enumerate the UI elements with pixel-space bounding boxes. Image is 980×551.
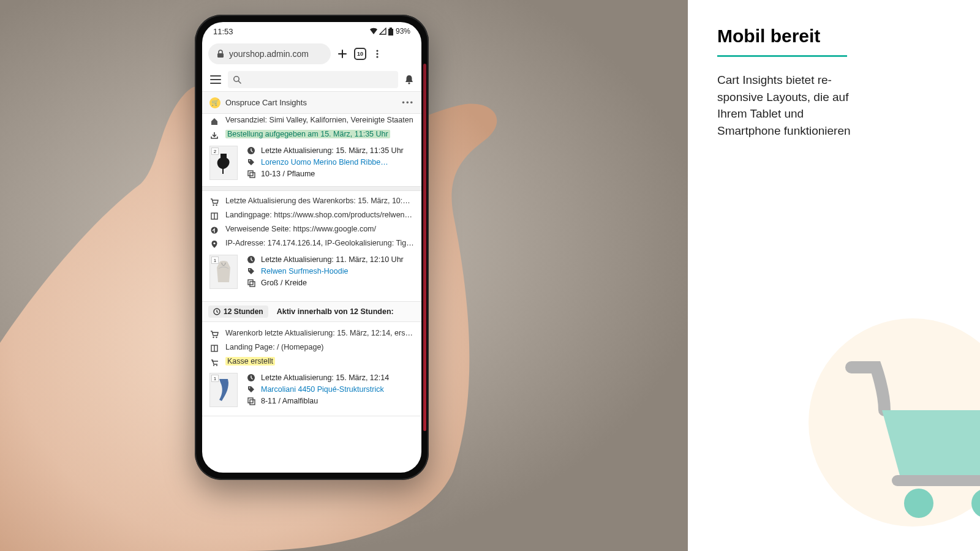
svg-point-22 — [213, 337, 214, 338]
product-2-thumb[interactable]: 1 — [209, 255, 238, 289]
divider — [202, 416, 421, 416]
svg-point-16 — [213, 242, 215, 244]
phone-screen: 11:53 93% yourshop.admin.com 10 — [202, 22, 421, 473]
home-icon — [209, 116, 219, 126]
checkout-row: Kasse erstellt — [202, 355, 421, 369]
tag-icon — [246, 157, 256, 167]
app-logo: 🛒 — [209, 97, 221, 108]
search-input[interactable] — [228, 71, 398, 88]
order-placed-row: Bestellung aufgegeben am 15. März, 11:35… — [202, 128, 421, 142]
svg-rect-19 — [248, 280, 253, 285]
product-3: 1 Letzte Aktualisierung: 15. März, 12:14… — [202, 369, 421, 413]
referrer-row: Verweisende Seite: https://www.google.co… — [202, 223, 421, 237]
tab-counter[interactable]: 10 — [354, 48, 366, 60]
app-topbar — [202, 67, 421, 92]
app-menu-icon[interactable]: ••• — [402, 98, 414, 107]
svg-rect-20 — [250, 282, 255, 287]
battery-icon — [388, 28, 394, 36]
landing-icon — [209, 211, 219, 221]
svg-rect-10 — [248, 171, 253, 176]
product-2-qty: 1 — [211, 257, 219, 264]
svg-rect-11 — [250, 173, 255, 178]
svg-rect-2 — [217, 53, 224, 58]
cart2-landing-row: Landing Page: / (Homepage) — [202, 341, 421, 355]
content-scroll[interactable]: Versandziel: Simi Valley, Kalifornien, V… — [202, 114, 421, 473]
time-section: 12 Stunden Aktiv innerhalb von 12 Stunde… — [202, 301, 421, 322]
product-3-qty: 1 — [211, 375, 219, 382]
cart-icon — [209, 197, 219, 207]
product-1-qty: 2 — [211, 148, 219, 155]
app-header: 🛒 Onspruce Cart Insights ••• — [202, 92, 421, 114]
url-text: yourshop.admin.com — [229, 49, 309, 59]
referrer-icon — [209, 225, 219, 235]
bell-icon[interactable] — [404, 74, 414, 85]
download-icon — [209, 130, 219, 140]
clock-icon — [246, 146, 256, 156]
svg-rect-30 — [250, 400, 255, 405]
svg-point-3 — [376, 50, 378, 51]
side-body: Cart Insights bietet re­sponsive Layouts… — [717, 72, 858, 139]
svg-point-4 — [376, 53, 378, 54]
variant-icon — [246, 278, 256, 288]
signal-icon — [379, 28, 386, 35]
tag-icon — [246, 266, 256, 276]
product-1-link[interactable]: Lorenzo Uomo Merino Blend Ribbe… — [261, 158, 388, 167]
new-tab-icon[interactable] — [337, 48, 348, 59]
variant-icon — [246, 169, 256, 179]
svg-point-32 — [971, 489, 980, 518]
wifi-icon — [369, 28, 378, 35]
phone-mockup: 11:53 93% yourshop.admin.com 10 — [195, 15, 429, 480]
search-icon — [233, 75, 241, 84]
svg-point-18 — [249, 269, 251, 271]
status-icons: 93% — [369, 27, 410, 36]
svg-point-23 — [216, 337, 217, 338]
svg-point-31 — [904, 489, 933, 518]
time-chip[interactable]: 12 Stunden — [208, 305, 268, 318]
svg-point-5 — [376, 56, 378, 58]
hamburger-icon[interactable] — [209, 75, 222, 84]
battery-percent: 93% — [396, 27, 410, 36]
clock-icon — [246, 255, 256, 264]
pin-icon — [209, 239, 219, 249]
cart-icon — [209, 329, 219, 339]
browser-bar: yourshop.admin.com 10 — [202, 40, 421, 67]
svg-point-13 — [216, 204, 217, 206]
status-bar: 11:53 93% — [202, 22, 421, 40]
clock-icon — [213, 308, 221, 315]
product-2-link[interactable]: Relwen Surfmesh-Hoodie — [261, 267, 348, 276]
url-bar[interactable]: yourshop.admin.com — [208, 43, 331, 64]
marketing-photo: 11:53 93% yourshop.admin.com 10 — [0, 0, 688, 551]
product-3-link[interactable]: Marcoliani 4450 Piqué-Strukturstrick — [261, 385, 384, 394]
shipping-row: Versandziel: Simi Valley, Kalifornien, V… — [202, 114, 421, 128]
product-1: 2 Letzte Aktualisierung: 15. März, 11:35… — [202, 142, 421, 186]
clock-icon — [246, 373, 256, 383]
side-panel: Mobil bereit Cart Insights bietet re­spo… — [688, 0, 980, 551]
svg-point-25 — [213, 365, 214, 366]
cart-icon-large — [845, 361, 980, 520]
time-section-label: Aktiv innerhalb von 12 Stunden: — [277, 307, 394, 316]
svg-point-9 — [249, 160, 251, 162]
product-3-thumb[interactable]: 1 — [209, 373, 238, 407]
tag-icon — [246, 384, 256, 394]
app-title: Onspruce Cart Insights — [225, 98, 307, 107]
heading-underline — [717, 55, 847, 57]
browser-menu-icon[interactable] — [372, 49, 382, 59]
svg-rect-1 — [390, 28, 392, 29]
cart-illustration — [809, 318, 980, 527]
phone-edge — [423, 64, 426, 431]
svg-point-7 — [408, 82, 410, 84]
side-heading: Mobil bereit — [717, 26, 951, 47]
status-time: 11:53 — [213, 27, 233, 36]
cart2-update-row: Warenkorb letzte Aktualisierung: 15. Mär… — [202, 327, 421, 341]
svg-rect-0 — [388, 29, 393, 36]
landing-row: Landingpage: https://www.shop.com/produc… — [202, 209, 421, 223]
checkout-text: Kasse erstellt — [225, 357, 275, 365]
product-2: 1 Letzte Aktualisierung: 11. März, 12:10… — [202, 251, 421, 295]
landing-icon — [209, 343, 219, 353]
product-1-thumb[interactable]: 2 — [209, 146, 238, 180]
svg-rect-29 — [248, 398, 253, 403]
checkout-icon — [209, 358, 219, 367]
svg-point-12 — [213, 204, 214, 206]
svg-point-26 — [216, 365, 217, 366]
svg-point-28 — [249, 388, 251, 389]
